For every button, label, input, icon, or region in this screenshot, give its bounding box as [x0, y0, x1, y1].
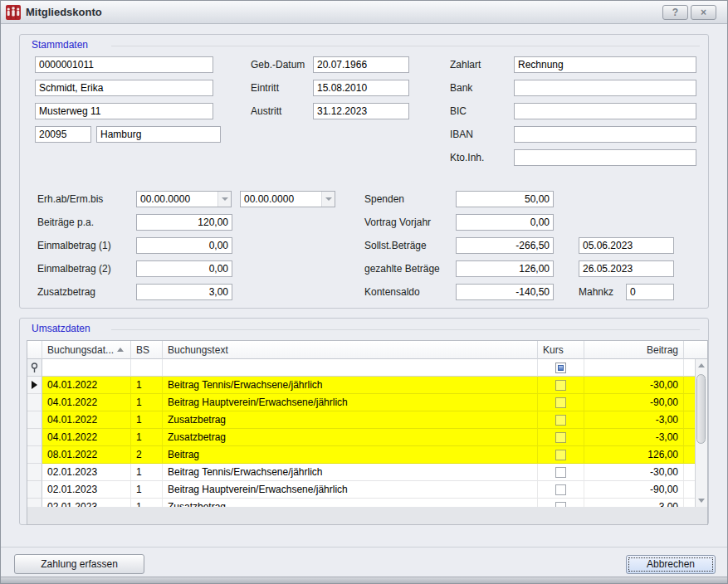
kurs-checkbox[interactable]: [555, 450, 566, 460]
bic-field[interactable]: [514, 103, 696, 119]
iban-field[interactable]: [514, 126, 696, 143]
eintritt-label: Eintritt: [251, 80, 279, 96]
row-indicator-cell: [27, 446, 42, 464]
cell-bs: 1: [131, 411, 163, 429]
table-row[interactable]: 04.01.2022 1 Beitrag Hauptverein/Erwachs…: [27, 394, 707, 411]
footer-divider: [1, 547, 727, 548]
iban-label: IBAN: [450, 126, 473, 143]
kurs-filter-checkbox[interactable]: [555, 363, 566, 373]
beitraege-pa-field[interactable]: [136, 214, 232, 231]
table-row[interactable]: 02.01.2023 1 Beitrag Hauptverein/Erwachs…: [27, 481, 707, 499]
row-indicator-cell: [27, 464, 42, 481]
filter-text-cell[interactable]: [163, 359, 538, 377]
name-field[interactable]: [35, 80, 213, 96]
erh-ab-bis-value: 00.00.0000: [244, 192, 294, 207]
zusatzbetrag-field[interactable]: [136, 284, 232, 300]
kontensaldo-field[interactable]: [456, 284, 554, 300]
cell-bs: 1: [131, 499, 163, 507]
einmalbetrag1-label: Einmalbetrag (1): [37, 237, 111, 254]
chevron-down-icon[interactable]: [321, 192, 335, 207]
erh-ab-bis-combo[interactable]: 00.00.0000: [240, 191, 335, 207]
gezahlt-datum-field[interactable]: [579, 260, 674, 277]
table-row[interactable]: 08.01.2022 2 Beitrag 126,00: [27, 446, 707, 464]
filter-kurs-cell[interactable]: [538, 359, 584, 377]
header-beitrag[interactable]: Beitrag: [584, 341, 684, 359]
einmalbetrag1-field[interactable]: [136, 237, 232, 254]
sollst-betraege-field[interactable]: [456, 237, 554, 254]
gezahlte-betraege-field[interactable]: [456, 260, 554, 277]
cell-buchungsdatum: 02.01.2023: [42, 481, 131, 499]
filter-amount-cell[interactable]: [584, 359, 684, 377]
cell-buchungstext: Zusatzbetrag: [163, 429, 538, 446]
table-row[interactable]: 04.01.2022 1 Zusatzbetrag -3,00: [27, 429, 707, 446]
titlebar[interactable]: Mitgliedskonto ? ×: [1, 1, 727, 24]
abbrechen-button[interactable]: Abbrechen: [626, 555, 716, 574]
header-buchungstext[interactable]: Buchungstext: [163, 341, 538, 359]
member-id-field[interactable]: [35, 56, 213, 73]
row-indicator-cell: [27, 377, 42, 394]
window-bottom-edge: [1, 577, 727, 583]
austritt-field[interactable]: [313, 103, 409, 119]
kurs-checkbox[interactable]: [555, 380, 566, 391]
erh-ab-von-value: 00.00.0000: [140, 192, 190, 207]
filter-date-cell[interactable]: [42, 359, 131, 377]
erh-ab-label: Erh.ab/Erm.bis: [37, 191, 103, 207]
mahnkz-field[interactable]: [626, 284, 674, 300]
kurs-checkbox[interactable]: [555, 432, 566, 443]
kto-inh-field[interactable]: [514, 149, 696, 166]
grid-header: Buchungsdat... BS Buchungstext Kurs Beit…: [27, 341, 707, 359]
stammdaten-title: Stammdaten: [32, 39, 88, 51]
cell-beitrag: -90,00: [584, 394, 684, 411]
sollst-datum-field[interactable]: [579, 237, 674, 254]
geb-datum-field[interactable]: [313, 56, 409, 73]
header-kurs[interactable]: Kurs: [538, 341, 584, 359]
beitraege-pa-label: Beiträge p.a.: [37, 214, 94, 231]
close-button[interactable]: ×: [691, 5, 716, 20]
table-row[interactable]: 04.01.2022 1 Zusatzbetrag -3,00: [27, 411, 707, 429]
kurs-checkbox[interactable]: [555, 484, 566, 495]
erh-ab-von-combo[interactable]: 00.00.0000: [136, 191, 232, 207]
zusatzbetrag-label: Zusatzbetrag: [37, 284, 95, 300]
table-row[interactable]: 02.01.2023 1 Zusatzbetrag -3,00: [27, 499, 707, 507]
scroll-down-icon[interactable]: [696, 494, 707, 507]
cell-buchungstext: Beitrag Hauptverein/Erwachsene/jährlich: [163, 481, 538, 499]
help-button[interactable]: ?: [662, 5, 688, 20]
spenden-field[interactable]: [456, 191, 554, 207]
kurs-checkbox[interactable]: [555, 502, 566, 508]
cell-beitrag: -3,00: [584, 429, 684, 446]
chevron-down-icon[interactable]: [217, 192, 231, 207]
header-indicator: [27, 341, 42, 359]
header-bs[interactable]: BS: [131, 341, 163, 359]
street-field[interactable]: [35, 103, 213, 119]
cell-buchungsdatum: 04.01.2022: [42, 429, 131, 446]
einmalbetrag2-field[interactable]: [136, 260, 232, 277]
zahlung-erfassen-button[interactable]: Zahlung erfassen: [14, 554, 144, 574]
scroll-up-icon[interactable]: [696, 359, 707, 372]
row-indicator-cell: [27, 411, 42, 429]
kurs-checkbox[interactable]: [555, 467, 566, 478]
cell-kurs: [538, 411, 584, 429]
group-title-line: [111, 46, 700, 46]
eintritt-field[interactable]: [313, 80, 409, 96]
table-row[interactable]: 04.01.2022 1 Beitrag Tennis/Erwachsene/j…: [27, 377, 707, 394]
header-buchungsdatum[interactable]: Buchungsdat...: [42, 341, 131, 359]
kurs-checkbox[interactable]: [555, 397, 566, 408]
zip-field[interactable]: [35, 126, 91, 143]
table-row[interactable]: 02.01.2023 1 Beitrag Tennis/Erwachsene/j…: [27, 464, 707, 481]
bank-field[interactable]: [514, 80, 696, 96]
scrollbar-thumb[interactable]: [696, 374, 706, 444]
header-filler: [684, 341, 707, 359]
spenden-label: Spenden: [364, 191, 404, 207]
bank-label: Bank: [450, 80, 472, 96]
city-field[interactable]: [96, 126, 221, 143]
vertical-scrollbar[interactable]: [695, 359, 707, 507]
vortrag-vorjahr-field[interactable]: [456, 214, 554, 231]
cell-buchungsdatum: 08.01.2022: [42, 446, 131, 464]
window-title: Mitgliedskonto: [26, 6, 102, 18]
filter-bs-cell[interactable]: [131, 359, 163, 377]
einmalbetrag2-label: Einmalbetrag (2): [37, 260, 111, 277]
zahlart-field[interactable]: [514, 56, 696, 73]
kurs-checkbox[interactable]: [555, 415, 566, 426]
grid-empty-area: [27, 507, 707, 524]
cell-beitrag: -3,00: [584, 499, 684, 507]
